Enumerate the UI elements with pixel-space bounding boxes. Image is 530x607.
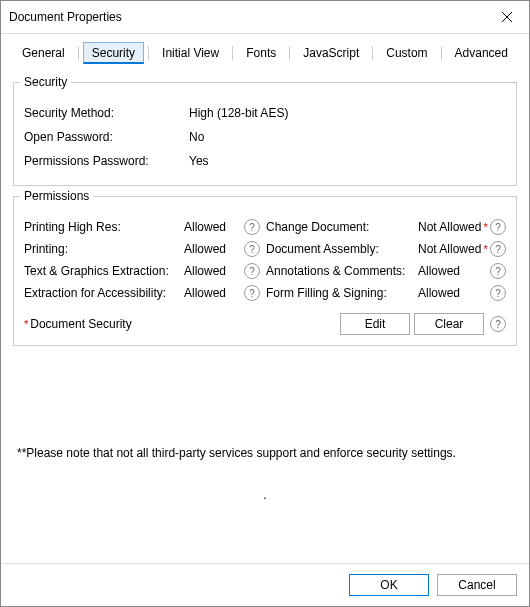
- help-icon[interactable]: ?: [244, 263, 260, 279]
- permission-row: Printing High Res: Allowed ? Change Docu…: [24, 219, 506, 235]
- help-icon[interactable]: ?: [244, 285, 260, 301]
- tab-general[interactable]: General: [13, 42, 74, 64]
- perm-text-graphics-label: Text & Graphics Extraction:: [24, 264, 184, 278]
- perm-annotations-label: Annotations & Comments:: [266, 264, 418, 278]
- content-area: Security Security Method: High (128-bit …: [1, 64, 529, 563]
- tab-advanced[interactable]: Advanced: [446, 42, 517, 64]
- security-note: **Please note that not all third-party s…: [13, 446, 517, 460]
- tab-bar: General Security Initial View Fonts Java…: [1, 34, 529, 64]
- help-icon[interactable]: ?: [244, 219, 260, 235]
- perm-change-document-label: Change Document:: [266, 220, 418, 234]
- perm-form-filling-value: Allowed: [418, 286, 488, 300]
- document-security-row: *Document Security Edit Clear ?: [24, 313, 506, 335]
- help-icon[interactable]: ?: [244, 241, 260, 257]
- perm-document-assembly-value: Not Allowed*: [418, 242, 488, 256]
- permissions-group-title: Permissions: [20, 189, 93, 203]
- tab-javascript[interactable]: JavaScript: [294, 42, 368, 64]
- perm-accessibility-label: Extraction for Accessibility:: [24, 286, 184, 300]
- security-method-value: High (128-bit AES): [189, 106, 288, 120]
- perm-change-document-value: Not Allowed*: [418, 220, 488, 234]
- open-password-value: No: [189, 130, 204, 144]
- tab-separator: [148, 46, 149, 60]
- help-icon[interactable]: ?: [490, 285, 506, 301]
- permissions-group: Permissions Printing High Res: Allowed ?…: [13, 196, 517, 346]
- tab-fonts[interactable]: Fonts: [237, 42, 285, 64]
- edit-button[interactable]: Edit: [340, 313, 410, 335]
- window-title: Document Properties: [9, 10, 122, 24]
- help-icon[interactable]: ?: [490, 219, 506, 235]
- help-icon[interactable]: ?: [490, 316, 506, 332]
- tab-separator: [78, 46, 79, 60]
- clear-button[interactable]: Clear: [414, 313, 484, 335]
- perm-printing-label: Printing:: [24, 242, 184, 256]
- help-icon[interactable]: ?: [490, 241, 506, 257]
- tab-initial-view[interactable]: Initial View: [153, 42, 228, 64]
- permissions-password-value: Yes: [189, 154, 209, 168]
- permission-row: Printing: Allowed ? Document Assembly: N…: [24, 241, 506, 257]
- security-group: Security Security Method: High (128-bit …: [13, 82, 517, 186]
- tab-separator: [441, 46, 442, 60]
- perm-document-assembly-label: Document Assembly:: [266, 242, 418, 256]
- perm-accessibility-value: Allowed: [184, 286, 242, 300]
- perm-form-filling-label: Form Filling & Signing:: [266, 286, 418, 300]
- title-bar: Document Properties: [1, 1, 529, 34]
- open-password-label: Open Password:: [24, 130, 189, 144]
- close-icon: [502, 12, 512, 22]
- restricted-star-icon: *: [483, 243, 487, 255]
- perm-text-graphics-value: Allowed: [184, 264, 242, 278]
- perm-printing-highres-label: Printing High Res:: [24, 220, 184, 234]
- tab-separator: [232, 46, 233, 60]
- perm-printing-highres-value: Allowed: [184, 220, 242, 234]
- document-security-label: *Document Security: [24, 317, 336, 331]
- perm-printing-value: Allowed: [184, 242, 242, 256]
- tab-security[interactable]: Security: [83, 42, 144, 64]
- dot-separator: .: [13, 488, 517, 502]
- tab-custom[interactable]: Custom: [377, 42, 436, 64]
- help-icon[interactable]: ?: [490, 263, 506, 279]
- close-button[interactable]: [485, 5, 529, 29]
- restricted-star-icon: *: [24, 318, 28, 330]
- permissions-password-label: Permissions Password:: [24, 154, 189, 168]
- permission-row: Text & Graphics Extraction: Allowed ? An…: [24, 263, 506, 279]
- ok-button[interactable]: OK: [349, 574, 429, 596]
- dialog-button-bar: OK Cancel: [1, 563, 529, 606]
- tab-separator: [289, 46, 290, 60]
- security-group-title: Security: [20, 75, 71, 89]
- perm-annotations-value: Allowed: [418, 264, 488, 278]
- restricted-star-icon: *: [483, 221, 487, 233]
- permission-row: Extraction for Accessibility: Allowed ? …: [24, 285, 506, 301]
- tab-separator: [372, 46, 373, 60]
- security-method-label: Security Method:: [24, 106, 189, 120]
- cancel-button[interactable]: Cancel: [437, 574, 517, 596]
